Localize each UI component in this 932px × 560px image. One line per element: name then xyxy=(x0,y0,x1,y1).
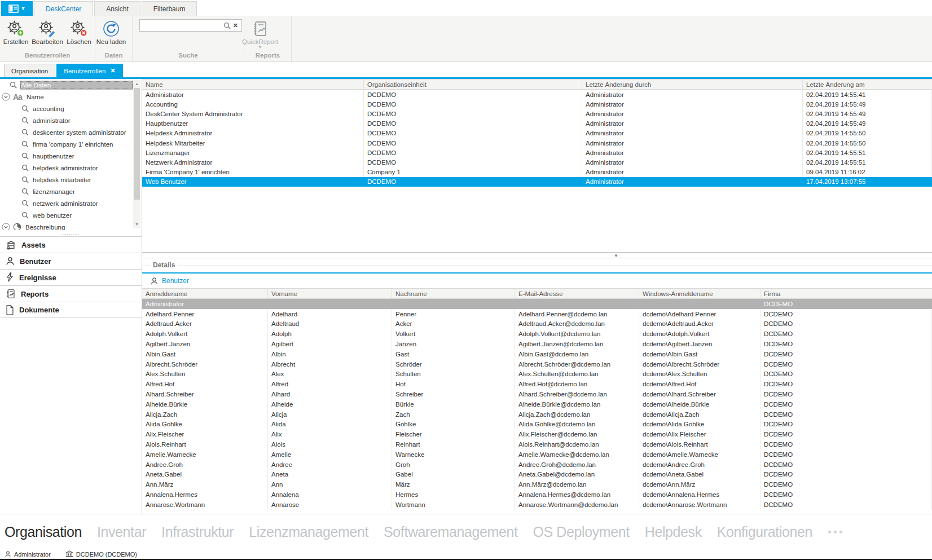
table-row[interactable]: Alheide.BürkleAlheideBürkleAlheide.Bürkl… xyxy=(142,399,932,409)
module-nav-konfigurationen[interactable]: Konfigurationen xyxy=(717,524,812,540)
sidebar-item-reports[interactable]: Reports xyxy=(0,285,142,302)
module-nav-lizenzmanagement[interactable]: Lizenzmanagement xyxy=(249,524,368,540)
ribbon-tab-deskcenter[interactable]: DeskCenter xyxy=(34,1,93,16)
cell: Schulten xyxy=(392,369,515,380)
table-row[interactable]: Alois.ReinhartAloisReinhartAlois.Reinhar… xyxy=(142,439,932,449)
ribbon-tab-ansicht[interactable]: Ansicht xyxy=(94,1,140,16)
scrollbar-thumb[interactable] xyxy=(134,88,140,200)
sidebar-item-ereignisse[interactable]: Ereignisse xyxy=(0,269,142,285)
group-row[interactable]: AdministratorDCDEMO xyxy=(142,299,932,309)
table-row[interactable]: Ann.MärzAnnMärzAnn.März@dcdemo.landcdemo… xyxy=(142,479,932,490)
table-row[interactable]: Annarose.WortmannAnnaroseWortmannAnnaros… xyxy=(142,500,932,510)
table-row[interactable]: AdministratorDCDEMOAdministrator02.04.20… xyxy=(142,90,932,99)
table-row[interactable]: Alfred.HofAlfredHofAlfred.Hof@dcdemo.lan… xyxy=(142,379,932,389)
tree-item-deskcenter-system-administrator[interactable]: deskcenter system administrator xyxy=(0,126,133,138)
table-row[interactable]: Albrecht.SchröderAlbrechtSchröderAlbrech… xyxy=(142,359,932,369)
column-header-windows-anmeldename[interactable]: Windows-Anmeldename xyxy=(639,289,760,298)
tree-item-name[interactable]: AaName xyxy=(0,91,133,103)
table-row[interactable]: Agilbert.JanzenAgilbertJanzenAgilbert.Ja… xyxy=(142,339,932,349)
tree-item-accounting[interactable]: accounting xyxy=(0,103,133,114)
tree-item-helpdesk-administrator[interactable]: helpdesk administrator xyxy=(0,162,133,174)
table-row[interactable]: Firma 'Company 1' einrichtenCompany 1Adm… xyxy=(142,167,932,177)
table-row[interactable]: Alex.SchultenAlexSchultenAlex.Schulten@d… xyxy=(142,369,932,380)
table-row[interactable]: Amelie.WarneckeAmelieWarneckeAmelie.Warn… xyxy=(142,449,932,460)
table-row[interactable]: Web BenutzerDCDEMOAdministrator17.04.201… xyxy=(142,177,932,187)
cell: Zach xyxy=(392,409,515,420)
details-tab-benutzer[interactable]: Benutzer xyxy=(142,274,932,288)
tree-item-beschreibung[interactable]: Beschreibung xyxy=(0,221,133,230)
module-nav-os-deployment[interactable]: OS Deployment xyxy=(533,524,629,540)
tree-item-lizenzmanager[interactable]: lizenzmanager xyxy=(0,186,133,197)
table-row[interactable]: Alix.FleischerAlixFleischerAlix.Fleische… xyxy=(142,429,932,439)
scroll-up-arrow-icon[interactable]: ▲ xyxy=(133,80,140,87)
quickreport-button[interactable]: QuickReport▼ xyxy=(244,17,276,52)
sidebar-item-assets[interactable]: Assets xyxy=(0,236,142,253)
tree-scrollbar[interactable]: ▲ ▼ xyxy=(133,80,140,228)
tree-item-administrator[interactable]: administrator xyxy=(0,114,133,126)
column-header-letzte-nderung-am[interactable]: Letzte Änderung am xyxy=(803,80,932,89)
expand-icon[interactable] xyxy=(2,223,10,230)
table-row[interactable]: Helpdesk MitarbeiterDCDEMOAdministrator0… xyxy=(142,138,932,148)
column-header-nachname[interactable]: Nachname xyxy=(392,289,515,298)
table-row[interactable]: DeskCenter System AdministratorDCDEMOAdm… xyxy=(142,109,932,118)
table-row[interactable]: Adolph.VolkertAdolphVolkertAdolph.Volker… xyxy=(142,329,932,339)
details-splitter[interactable]: ▼ xyxy=(142,252,932,258)
cell: Aneta.Gabel@dcdemo.lan xyxy=(515,470,639,480)
clear-search-icon[interactable]: ✕ xyxy=(232,22,239,29)
table-row[interactable]: HauptbenutzerDCDEMOAdministrator02.04.20… xyxy=(142,119,932,129)
löschen-button[interactable]: Löschen xyxy=(63,17,95,52)
table-row[interactable]: Netzwerk AdministratorDCDEMOAdministrato… xyxy=(142,157,932,167)
column-header-name[interactable]: Name xyxy=(142,80,364,89)
close-tab-icon[interactable]: ✕ xyxy=(110,67,115,74)
cell: DCDEMO xyxy=(760,299,932,309)
module-nav-inventar[interactable]: Inventar xyxy=(97,524,146,540)
search-icon[interactable] xyxy=(222,22,232,29)
tree-item-web-benutzer[interactable]: web benutzer xyxy=(0,209,133,221)
expand-icon[interactable] xyxy=(2,92,10,101)
module-nav-helpdesk[interactable]: Helpdesk xyxy=(645,524,702,540)
details-tab-label[interactable]: Benutzer xyxy=(162,277,189,285)
table-row[interactable]: Albin.GastAlbinGastAlbin.Gast@dcdemo.lan… xyxy=(142,349,932,359)
sidebar-item-dokumente[interactable]: Dokumente xyxy=(0,302,142,318)
module-nav-softwaremanagement[interactable]: Softwaremanagement xyxy=(384,524,517,540)
column-header-anmeldename[interactable]: Anmeldename xyxy=(142,289,268,298)
neu-laden-button[interactable]: Neu laden xyxy=(95,17,127,52)
column-header-e-mail-adresse[interactable]: E-Mail-Adresse xyxy=(515,289,639,298)
module-nav-overflow[interactable]: ••• xyxy=(828,526,845,539)
erstellen-button[interactable]: Erstellen xyxy=(0,17,32,52)
scroll-down-arrow-icon[interactable]: ▼ xyxy=(133,221,140,228)
column-header-vorname[interactable]: Vorname xyxy=(268,289,392,298)
module-nav-organisation[interactable]: Organisation xyxy=(5,524,82,540)
ribbon-tab-filterbaum[interactable]: Filterbaum xyxy=(142,1,197,16)
table-row[interactable]: Alicja.ZachAlicjaZachAlicja.Zach@dcdemo.… xyxy=(142,409,932,420)
table-row[interactable]: Annalena.HermesAnnalenaHermesAnnalena.He… xyxy=(142,490,932,500)
tree-item-firma-company-1-einrichten[interactable]: firma 'company 1' einrichten xyxy=(0,138,133,150)
table-row[interactable]: Adelhard.PennerAdelhardPennerAdelhard.Pe… xyxy=(142,309,932,319)
column-header-letzte-nderung-durch[interactable]: Letzte Änderung durch xyxy=(582,80,803,89)
column-header-firma[interactable]: Firma xyxy=(760,289,932,298)
module-nav-infrastruktur[interactable]: Infrastruktur xyxy=(161,524,234,540)
cell xyxy=(515,299,639,309)
bearbeiten-button[interactable]: Bearbeiten xyxy=(32,17,63,52)
doc-tab-organisation[interactable]: Organisation xyxy=(4,64,55,77)
tree-item-hauptbenutzer[interactable]: hauptbenutzer xyxy=(0,150,133,162)
table-row[interactable]: LizenzmanagerDCDEMOAdministrator02.04.20… xyxy=(142,148,932,157)
table-row[interactable]: Alhard.SchreiberAlhardSchreiberAlhard.Sc… xyxy=(142,389,932,399)
tree-item-helpdesk-mitarbeiter[interactable]: helpdesk mitarbeiter xyxy=(0,174,133,186)
tree-item-alle-daten[interactable]: Alle Daten xyxy=(0,79,133,91)
panel-splitter[interactable]: ········ xyxy=(0,231,142,236)
sidebar-item-benutzer[interactable]: Benutzer xyxy=(0,253,142,269)
table-row[interactable]: Andree.GrohAndreeGrohAndree.Groh@dcdemo.… xyxy=(142,460,932,470)
table-row[interactable]: Alida.GohlkeAlidaGohlkeAlida.Gohlke@dcde… xyxy=(142,420,932,430)
splitter-collapse-icon[interactable]: ▼ xyxy=(614,253,618,258)
table-row[interactable]: Aneta.GabelAnetaGabelAneta.Gabel@dcdemo.… xyxy=(142,470,932,480)
table-row[interactable]: AccountingDCDEMOAdministrator02.04.2019 … xyxy=(142,99,932,109)
table-row[interactable]: Adeltraud.AckerAdeltraudAckerAdeltraud.A… xyxy=(142,319,932,329)
ribbon-search-input[interactable] xyxy=(142,22,222,29)
column-header-organisationseinheit[interactable]: Organisationseinheit xyxy=(364,80,582,89)
app-menu-button[interactable]: ▼ xyxy=(1,1,33,16)
tree-item-netzwerk-administrator[interactable]: netzwerk administrator xyxy=(0,197,133,209)
table-row[interactable]: Helpdesk AdministratorDCDEMOAdministrato… xyxy=(142,129,932,138)
cell: dcdemo\Alex.Schulten xyxy=(639,369,760,380)
doc-tab-benutzerrollen[interactable]: Benutzerrollen✕ xyxy=(56,64,122,77)
